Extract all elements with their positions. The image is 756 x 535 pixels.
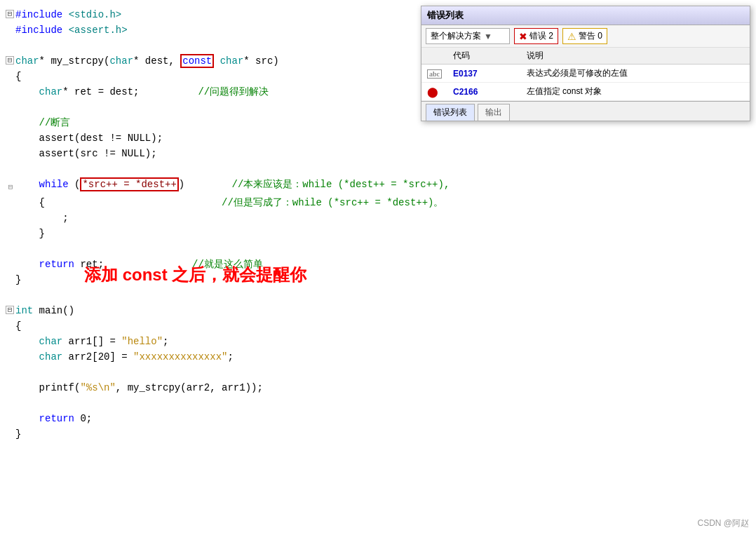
- col-code-header: 代码: [447, 48, 521, 65]
- error-row-2-desc: 左值指定 const 对象: [521, 83, 750, 101]
- error-badge: ✖ 错误 2: [514, 28, 558, 44]
- collapse-icon-1[interactable]: ⊟: [6, 10, 14, 18]
- code-line-14: ;: [0, 210, 756, 226]
- code-text-14: ;: [15, 210, 69, 226]
- error-row-1-desc: 表达式必须是可修改的左值: [521, 65, 750, 83]
- collapse-gutter-20: ⊟: [6, 303, 15, 314]
- error-panel-toolbar: 整个解决方案 ▼ ✖ 错误 2 ⚠ 警告 0: [421, 25, 750, 48]
- code-text-18: }: [15, 272, 21, 287]
- code-text-20: int main(): [15, 303, 74, 318]
- warning-triangle-icon: ⚠: [567, 31, 576, 42]
- collapse-icon-20[interactable]: ⊟: [6, 306, 14, 314]
- panel-bottom-tabs: 错误列表 输出: [421, 101, 750, 121]
- code-text-8: //断言: [15, 115, 70, 130]
- error-row-1[interactable]: abc E0137 表达式必须是可修改的左值: [421, 65, 750, 83]
- code-text-5: {: [15, 69, 21, 84]
- code-line-10: assert(src != NULL);: [0, 146, 756, 161]
- code-text-4: char* my_strcpy(char* dest, const char* …: [15, 53, 279, 69]
- error-row-2[interactable]: ⬤ C2166 左值指定 const 对象: [421, 83, 750, 101]
- code-line-23: char arr2[20] = "xxxxxxxxxxxxxx";: [0, 349, 756, 365]
- code-text-25: printf("%s\n", my_strcpy(arr2, arr1));: [15, 380, 263, 395]
- col-icon-header: [421, 48, 447, 65]
- warning-badge: ⚠ 警告 0: [562, 28, 607, 44]
- scope-dropdown[interactable]: 整个解决方案 ▼: [426, 28, 510, 44]
- error-circle-icon: ✖: [519, 31, 527, 42]
- blank-line-3: [0, 161, 756, 177]
- code-text-22: char arr1[] = "hello";: [15, 334, 168, 349]
- code-text-1: #include <stdio.h>: [15, 7, 121, 22]
- warnings-count: 警告 0: [579, 30, 602, 42]
- blank-line-7: [0, 395, 756, 411]
- code-line-27: return 0;: [0, 411, 756, 426]
- code-text-23: char arr2[20] = "xxxxxxxxxxxxxx";: [15, 349, 234, 365]
- error-table: 代码 说明 abc E0137 表达式必须是可修改的左值 ⬤ C2166: [421, 48, 750, 101]
- code-text-6: char* ret = dest; //问题得到解决: [15, 84, 269, 100]
- code-line-25: printf("%s\n", my_strcpy(arr2, arr1));: [0, 380, 756, 395]
- blank-line-4: [0, 241, 756, 257]
- code-text-21: {: [15, 318, 21, 334]
- collapse-gutter-4: ⊟: [6, 53, 15, 65]
- code-text-28: }: [15, 426, 21, 442]
- code-line-15: }: [0, 226, 756, 241]
- tab-output[interactable]: 输出: [478, 104, 510, 121]
- error-panel: 错误列表 整个解决方案 ▼ ✖ 错误 2 ⚠ 警告 0 代码 说明: [421, 6, 750, 121]
- collapse-gutter-12: ⊟: [6, 177, 15, 195]
- code-line-13: { //但是写成了：while (*src++ = *dest++)。: [0, 195, 756, 210]
- code-line-20: ⊟ int main(): [0, 303, 756, 318]
- code-text-9: assert(dest != NULL);: [15, 130, 163, 146]
- code-line-12: ⊟ while (*src++ = *dest++) //本来应该是：while…: [0, 177, 756, 195]
- code-text-12: while (*src++ = *dest++) //本来应该是：while (…: [15, 177, 450, 192]
- collapse-gutter-1: ⊟: [6, 7, 15, 18]
- error-row-2-icon: ⬤: [421, 83, 447, 101]
- col-desc-header: 说明: [521, 48, 750, 65]
- code-text-13: { //但是写成了：while (*src++ = *dest++)。: [15, 195, 444, 210]
- code-line-22: char arr1[] = "hello";: [0, 334, 756, 349]
- code-text-2: #include <assert.h>: [15, 22, 128, 38]
- scope-label: 整个解决方案: [431, 30, 481, 42]
- dropdown-arrow: ▼: [484, 32, 492, 41]
- error-row-2-code: C2166: [447, 83, 521, 101]
- code-line-28: }: [0, 426, 756, 442]
- code-line-21: {: [0, 318, 756, 334]
- tab-error-list[interactable]: 错误列表: [426, 104, 475, 121]
- code-text-15: }: [15, 226, 45, 241]
- abc-icon: abc: [427, 69, 442, 79]
- annotation-overlay: 添加 const 之后，就会提醒你: [84, 264, 306, 286]
- errors-count: 错误 2: [529, 30, 553, 42]
- code-text-10: assert(src != NULL);: [15, 146, 157, 161]
- blank-line-6: [0, 365, 756, 380]
- watermark: CSDN @阿赵: [697, 517, 749, 529]
- error-circle-icon-2: ⬤: [427, 86, 438, 97]
- error-row-1-icon: abc: [421, 65, 447, 83]
- blank-line-5: [0, 287, 756, 303]
- error-row-1-code: E0137: [447, 65, 521, 83]
- code-line-9: assert(dest != NULL);: [0, 130, 756, 146]
- minus-icon-12: ⊟: [8, 180, 13, 195]
- code-text-27: return 0;: [15, 411, 92, 426]
- code-editor: ⊟ #include <stdio.h> #include <assert.h>…: [0, 0, 756, 535]
- annotation-text: 添加 const 之后，就会提醒你: [84, 265, 306, 284]
- error-panel-title: 错误列表: [421, 6, 750, 25]
- collapse-icon-4[interactable]: ⊟: [6, 56, 14, 65]
